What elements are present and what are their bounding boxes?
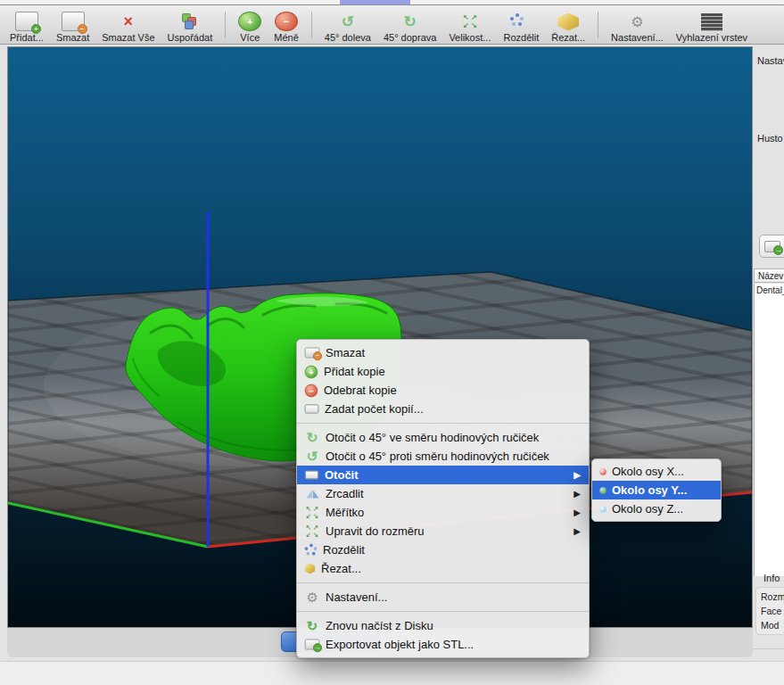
split-dots-icon bbox=[305, 544, 318, 557]
split-dots-icon bbox=[510, 13, 532, 31]
toolbar-button-label: Přidat... bbox=[10, 32, 44, 43]
info-title: Info bbox=[763, 573, 780, 583]
context-menu-item-rezat[interactable]: Řezat... bbox=[297, 559, 589, 578]
scale-arrows-icon: ↖↗↙↘ bbox=[305, 524, 320, 539]
submenu-item-okolo-osy-x[interactable]: Okolo osy X... bbox=[592, 462, 721, 481]
toolbar-button-label: Velikost... bbox=[449, 32, 491, 43]
dot bbox=[314, 547, 318, 550]
sa: ↖ bbox=[462, 13, 470, 21]
cubes-icon bbox=[179, 13, 201, 31]
menu-item-label: Upravit do rozměru bbox=[326, 524, 566, 538]
context-menu-item-pridat-kopie[interactable]: +Přidat kopie bbox=[297, 362, 589, 381]
context-menu-item-znovu-nacist-z-disku[interactable]: ↻Znovu načíst z Disku bbox=[297, 616, 589, 635]
axis-dot-icon bbox=[599, 468, 606, 475]
badge: → bbox=[313, 643, 322, 652]
menu-item-label: Znovu načíst z Disku bbox=[326, 619, 581, 632]
sa: ↙ bbox=[305, 513, 312, 520]
toolbar-button-45-doleva[interactable]: ↺45° doleva bbox=[318, 7, 377, 43]
export-box-icon: → bbox=[305, 640, 320, 650]
context-menu-item-upravit-do-rozmeru[interactable]: ↖↗↙↘Upravit do rozměru▶ bbox=[297, 522, 589, 541]
layers-icon bbox=[701, 13, 722, 31]
toolbar-button-smazat-vse[interactable]: ×Smazat Vše bbox=[95, 7, 161, 43]
toolbar-separator bbox=[225, 12, 226, 38]
sa: ↘ bbox=[470, 21, 478, 29]
context-menu-item-odebrat-kopie[interactable]: −Odebrat kopie bbox=[297, 381, 589, 400]
cub bbox=[185, 21, 194, 29]
toolbar-button-pridat[interactable]: +Přidat... bbox=[4, 7, 50, 43]
info-box: RozmFaceMod bbox=[755, 587, 784, 635]
toolbar-button-nastaveni[interactable]: ⚙Nastavení... bbox=[605, 7, 670, 43]
toolbar-button-vyhlazeni-vrstev[interactable]: Vyhlazení vrstev bbox=[670, 7, 754, 43]
context-menu-item-otocit-o-45-ve-smeru-hodinovych-rucicek[interactable]: ↻Otočit o 45° ve směru hodinových ručiče… bbox=[297, 428, 589, 447]
toolbar-button-rezat[interactable]: Řezat... bbox=[545, 7, 591, 43]
circle-minus-icon: − bbox=[275, 12, 298, 31]
toolbar-button-vice[interactable]: +Více bbox=[232, 7, 268, 43]
object-table[interactable]: Dental_ bbox=[754, 284, 784, 576]
tri bbox=[306, 490, 311, 498]
top-tab-accent bbox=[340, 0, 410, 4]
context-menu-item-smazat[interactable]: −Smazat bbox=[297, 343, 589, 362]
menu-item-label: Rozdělit bbox=[323, 543, 581, 557]
toolbar-button-label: Méně bbox=[274, 32, 299, 43]
submenu-arrow-icon: ▶ bbox=[574, 526, 581, 536]
toolbar-button-velikost[interactable]: ↖↗↙↘Velikost... bbox=[442, 7, 497, 43]
badge: − bbox=[313, 351, 322, 360]
context-menu-item-nastaveni[interactable]: ⚙Nastavení... bbox=[297, 588, 589, 607]
sa: ↗ bbox=[470, 13, 478, 21]
info-row: Mod bbox=[761, 618, 784, 632]
sa: ↗ bbox=[312, 506, 319, 513]
rotate-ccw-icon: ↺ bbox=[305, 450, 320, 464]
context-menu-item-rozdelit[interactable]: Rozdělit bbox=[297, 541, 589, 559]
menu-item-label: Nastavení... bbox=[326, 590, 581, 604]
menu-item-label: Zrcadlit bbox=[326, 487, 566, 500]
toolbar-button-label: Vyhlazení vrstev bbox=[676, 32, 747, 43]
export-button[interactable]: → E bbox=[759, 235, 784, 258]
menu-item-label: Otočit o 45° proti směru hodinových ruči… bbox=[326, 450, 581, 463]
context-menu-item-otocit[interactable]: Otočit▶ bbox=[297, 466, 589, 484]
submenu-item-okolo-osy-z[interactable]: Okolo osy Z... bbox=[592, 499, 721, 518]
rotate-cw-icon: ↻ bbox=[400, 13, 421, 31]
red-x-icon: × bbox=[118, 13, 139, 31]
sa: ↗ bbox=[312, 524, 319, 532]
print-settings-label: Nastav bbox=[757, 55, 784, 66]
rotate-submenu: Okolo osy X...Okolo osy Y...Okolo osy Z.… bbox=[591, 458, 722, 522]
toolbar-separator bbox=[598, 12, 598, 38]
sa: ↘ bbox=[312, 513, 319, 520]
info-row: Rozm bbox=[761, 590, 784, 604]
toolbar-button-45-doprava[interactable]: ↻45° doprava bbox=[377, 7, 442, 43]
menu-item-label: Měřítko bbox=[326, 506, 566, 519]
tri bbox=[312, 490, 318, 498]
toolbar-button-mene[interactable]: −Méně bbox=[268, 7, 305, 43]
toolbar-button-smazat[interactable]: −Smazat bbox=[50, 7, 95, 43]
context-menu-item-zadat-pocet-kopii[interactable]: Zadat počet kopií... bbox=[297, 400, 589, 418]
menu-item-label: Exportovat objekt jako STL... bbox=[326, 638, 581, 651]
toolbar: +Přidat...−Smazat×Smazat VšeUspořádat+Ví… bbox=[0, 5, 784, 45]
box-minus-icon: − bbox=[62, 12, 85, 31]
scale-arrows-icon: ↖↗↙↘ bbox=[459, 13, 481, 31]
menu-item-label: Smazat bbox=[326, 346, 581, 359]
submenu-item-label: Okolo osy X... bbox=[612, 465, 713, 478]
context-menu-item-meritko[interactable]: ↖↗↙↘Měřítko▶ bbox=[297, 503, 589, 522]
object-table-row[interactable]: Dental_ bbox=[755, 284, 784, 298]
submenu-item-okolo-osy-y[interactable]: Okolo osy Y... bbox=[592, 481, 721, 499]
menu-item-label: Odebrat kopie bbox=[324, 384, 581, 397]
object-table-header: Název bbox=[754, 268, 784, 283]
toolbar-button-usporadat[interactable]: Uspořádat bbox=[161, 7, 219, 43]
refresh-icon: ↻ bbox=[305, 619, 320, 633]
context-menu: −Smazat+Přidat kopie−Odebrat kopieZadat … bbox=[296, 339, 590, 658]
toolbar-button-label: Smazat Vše bbox=[102, 32, 154, 43]
dot bbox=[306, 552, 309, 556]
sa: ↘ bbox=[312, 532, 319, 539]
toolbar-button-label: 45° doleva bbox=[325, 32, 371, 43]
mirror-icon bbox=[305, 487, 320, 501]
context-menu-item-zrcadlit[interactable]: Zrcadlit▶ bbox=[297, 484, 589, 503]
menu-separator bbox=[297, 423, 589, 424]
gear-icon: ⚙ bbox=[305, 590, 320, 605]
cube-yellow-icon bbox=[305, 564, 316, 574]
toolbar-button-rozdelit[interactable]: Rozdělit bbox=[497, 7, 545, 43]
context-menu-item-exportovat-objekt-jako-stl[interactable]: →Exportovat objekt jako STL... bbox=[297, 635, 589, 654]
window-bottom-area bbox=[0, 661, 784, 685]
context-menu-item-otocit-o-45-proti-smeru-hodinovych-rucicek[interactable]: ↺Otočit o 45° proti směru hodinových ruč… bbox=[297, 447, 589, 466]
menu-item-label: Zadat počet kopií... bbox=[325, 402, 581, 416]
infill-density-label: Husto bbox=[757, 133, 783, 144]
